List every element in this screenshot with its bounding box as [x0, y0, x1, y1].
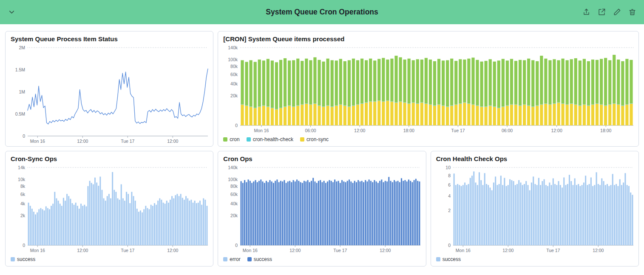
svg-text:12:00: 12:00: [290, 248, 301, 253]
cron-sync-bar-chart: 02k4k6k8k10k14kMon 1612:00Tue 1712:00: [8, 164, 210, 254]
legend-label: error: [230, 256, 240, 262]
svg-text:6k: 6k: [20, 192, 26, 197]
legend-item-cron-health-check[interactable]: cron-health-check: [247, 136, 293, 142]
svg-text:Tue 17: Tue 17: [121, 248, 134, 253]
legend-item-error[interactable]: error: [223, 256, 240, 262]
panel-title[interactable]: [CRON] System Queue items processed: [218, 31, 638, 43]
legend-label: cron-health-check: [253, 136, 293, 142]
delete-button[interactable]: [627, 6, 638, 18]
svg-text:0: 0: [23, 243, 25, 248]
legend-item-success[interactable]: success: [11, 256, 35, 262]
panel-cron-sync-ops: Cron-Sync Ops 02k4k6k8k10k14kMon 1612:00…: [5, 151, 213, 266]
svg-text:Tue 17: Tue 17: [121, 139, 134, 144]
svg-text:12:00: 12:00: [77, 248, 88, 253]
collapse-menu-button[interactable]: [6, 6, 17, 18]
legend-item-success[interactable]: success: [436, 256, 461, 262]
panel-title[interactable]: Cron-Sync Ops: [6, 151, 213, 163]
panel-cron-ops: Cron Ops 020k40k60k80k100k140kMon 1612:0…: [218, 151, 426, 266]
svg-text:12:00: 12:00: [551, 128, 562, 133]
panel-cron-health-check-ops: Cron Health Check Ops 0246810Mon 1612:00…: [431, 151, 639, 266]
svg-text:12:00: 12:00: [77, 139, 88, 144]
svg-text:60k: 60k: [230, 192, 238, 197]
export-button[interactable]: [596, 6, 607, 18]
svg-text:Tue 17: Tue 17: [546, 248, 560, 253]
share-icon: [582, 8, 590, 16]
panel-title[interactable]: Cron Health Check Ops: [431, 151, 638, 163]
svg-text:100k: 100k: [228, 177, 238, 182]
panel-queue-process-item-status: System Queue Process Item Status 00.5M1M…: [5, 31, 213, 147]
queue-status-line-chart: 00.5M1M1.5M2MMon 1612:00Tue 1712:00: [8, 44, 210, 145]
chart-legend: success: [431, 255, 638, 266]
svg-text:80k: 80k: [230, 184, 238, 189]
svg-text:4: 4: [448, 193, 451, 198]
svg-text:12:00: 12:00: [354, 128, 365, 133]
share-button[interactable]: [581, 6, 592, 18]
svg-text:Mon 16: Mon 16: [30, 248, 45, 253]
svg-text:40k: 40k: [230, 201, 238, 206]
svg-text:0: 0: [235, 123, 238, 128]
svg-text:1.5M: 1.5M: [15, 67, 25, 72]
legend-swatch: [247, 137, 251, 142]
svg-text:0: 0: [448, 243, 451, 248]
cron-ops-bar-chart: 020k40k60k80k100k140kMon 1612:00Tue 1712…: [221, 164, 423, 254]
legend-item-cron[interactable]: cron: [223, 136, 239, 142]
panel-title[interactable]: Cron Ops: [218, 151, 426, 163]
svg-text:0.5M: 0.5M: [15, 111, 25, 116]
edit-icon: [613, 8, 621, 16]
svg-text:10k: 10k: [18, 177, 26, 182]
svg-text:12:00: 12:00: [167, 139, 178, 144]
svg-text:0: 0: [235, 243, 238, 248]
svg-text:Mon 16: Mon 16: [254, 128, 269, 133]
legend-label: success: [443, 256, 461, 262]
panel-title[interactable]: System Queue Process Item Status: [6, 31, 213, 43]
svg-text:8k: 8k: [20, 184, 26, 189]
svg-text:18:00: 18:00: [600, 128, 611, 133]
svg-text:20k: 20k: [230, 93, 238, 98]
legend-swatch: [11, 257, 15, 261]
legend-label: cron: [230, 136, 239, 142]
svg-text:Tue 17: Tue 17: [333, 248, 347, 253]
svg-text:80k: 80k: [230, 64, 238, 69]
legend-item-success[interactable]: success: [247, 256, 272, 262]
legend-swatch: [223, 257, 227, 261]
svg-text:Mon 16: Mon 16: [30, 139, 45, 144]
legend-label: success: [17, 256, 35, 262]
svg-text:12:00: 12:00: [502, 248, 513, 253]
page-title: System Queue Cron Operations: [266, 8, 378, 17]
legend-swatch: [300, 137, 304, 142]
chart-legend: croncron-health-checkcron-sync: [218, 136, 638, 146]
edit-button[interactable]: [611, 6, 623, 18]
svg-text:140k: 140k: [228, 165, 238, 170]
dashboard-grid: System Queue Process Item Status 00.5M1M…: [0, 24, 644, 272]
items-processed-stacked-bar-chart: 020k40k60k80k100k140kMon 1606:0012:0018:…: [221, 44, 636, 134]
svg-text:06:00: 06:00: [502, 128, 513, 133]
svg-text:12:00: 12:00: [167, 248, 178, 253]
legend-item-cron-sync[interactable]: cron-sync: [300, 136, 329, 142]
svg-text:10: 10: [445, 165, 451, 170]
dashboard-header: System Queue Cron Operations: [0, 0, 644, 24]
chart-legend: success: [6, 255, 213, 266]
svg-text:60k: 60k: [230, 72, 238, 77]
legend-swatch: [436, 257, 440, 261]
svg-text:4k: 4k: [20, 201, 26, 206]
svg-text:Mon 16: Mon 16: [455, 248, 470, 253]
export-icon: [598, 8, 606, 16]
svg-text:12:00: 12:00: [593, 248, 604, 253]
legend-swatch: [247, 257, 252, 261]
svg-text:06:00: 06:00: [305, 128, 316, 133]
svg-text:2M: 2M: [19, 45, 25, 50]
trash-icon: [628, 8, 636, 16]
svg-text:6: 6: [448, 182, 451, 187]
legend-label: cron-sync: [306, 136, 329, 142]
legend-label: success: [254, 256, 272, 262]
svg-text:100k: 100k: [228, 57, 238, 62]
svg-text:Tue 17: Tue 17: [451, 128, 465, 133]
svg-text:1M: 1M: [19, 89, 25, 94]
panel-cron-items-processed: [CRON] System Queue items processed 020k…: [218, 31, 639, 147]
svg-text:0: 0: [23, 133, 25, 139]
svg-text:8: 8: [448, 173, 451, 178]
header-actions: [581, 6, 638, 18]
svg-text:2k: 2k: [20, 213, 26, 218]
svg-text:14k: 14k: [18, 165, 26, 170]
chart-legend: errorsuccess: [218, 255, 426, 266]
